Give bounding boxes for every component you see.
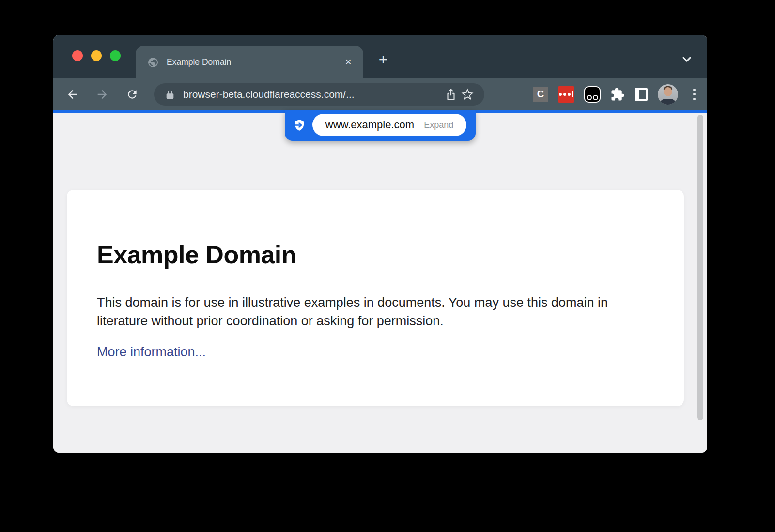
new-tab-button[interactable]: + xyxy=(374,50,392,69)
browser-window: Example Domain ✕ + browser-beta.cloudfla… xyxy=(53,35,707,453)
address-bar[interactable]: browser-beta.cloudflareaccess.com/... xyxy=(154,83,484,106)
active-tab[interactable]: Example Domain ✕ xyxy=(136,46,363,78)
window-zoom-button[interactable] xyxy=(110,50,121,61)
globe-favicon-icon xyxy=(147,57,159,68)
more-information-link[interactable]: More information... xyxy=(97,345,206,360)
domain-text: www.example.com xyxy=(326,119,414,131)
bookmark-star-icon[interactable] xyxy=(459,86,476,103)
tab-search-chevron-icon[interactable] xyxy=(679,51,695,67)
domain-pill[interactable]: www.example.com Expand xyxy=(312,114,466,136)
share-icon[interactable] xyxy=(443,86,459,103)
goggles-extension-icon[interactable] xyxy=(584,86,601,103)
profile-avatar[interactable] xyxy=(658,84,678,105)
url-text: browser-beta.cloudflareaccess.com/... xyxy=(183,89,443,100)
c-extension-icon[interactable]: C xyxy=(533,87,548,102)
toolbar: browser-beta.cloudflareaccess.com/... C xyxy=(53,78,707,110)
vertical-scrollbar[interactable] xyxy=(698,115,703,420)
back-button[interactable] xyxy=(62,84,83,105)
shield-arrow-icon xyxy=(292,118,306,133)
tab-strip: Example Domain ✕ + xyxy=(53,35,707,78)
side-panel-icon[interactable] xyxy=(635,88,648,101)
tab-close-icon[interactable]: ✕ xyxy=(342,56,355,69)
reload-button[interactable] xyxy=(122,84,143,105)
tab-title: Example Domain xyxy=(167,57,342,67)
content-card: Example Domain This domain is for use in… xyxy=(67,190,684,406)
lastpass-extension-icon[interactable] xyxy=(558,86,574,103)
expand-label[interactable]: Expand xyxy=(424,120,453,130)
page-title: Example Domain xyxy=(97,240,652,269)
forward-button[interactable] xyxy=(92,84,113,105)
browser-menu-icon[interactable] xyxy=(688,89,700,100)
lock-icon xyxy=(165,89,175,100)
page-viewport: www.example.com Expand Example Domain Th… xyxy=(53,113,707,453)
window-close-button[interactable] xyxy=(72,50,83,61)
window-minimize-button[interactable] xyxy=(91,50,102,61)
extensions-puzzle-icon[interactable] xyxy=(610,87,625,102)
remote-browser-domain-pill[interactable]: www.example.com Expand xyxy=(285,110,476,141)
page-body-text: This domain is for use in illustrative e… xyxy=(97,293,652,330)
extensions-row: C xyxy=(533,78,700,110)
